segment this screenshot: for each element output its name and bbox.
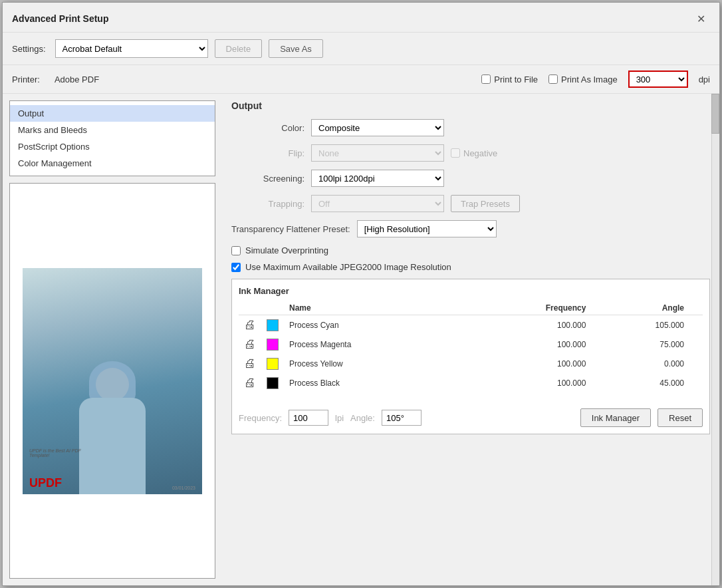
right-panel: Output Color: Composite Separations (Hos… [222, 94, 719, 585]
advanced-print-setup-dialog: Advanced Print Setup ✕ Settings: Acrobat… [2, 2, 720, 586]
trap-presets-button[interactable]: Trap Presets [451, 195, 520, 212]
ink-manager-box: Ink Manager Name Frequency Angle [231, 279, 710, 434]
screening-select[interactable]: 100lpi 1200dpi 150lpi 2400dpi [311, 170, 444, 187]
ink-color-swatch [261, 335, 284, 354]
transparency-row: Transparency Flattener Preset: [High Res… [231, 220, 710, 237]
nav-item-marks-bleeds[interactable]: Marks and Bleeds [10, 122, 215, 138]
simulate-overprinting-checkbox[interactable] [231, 246, 241, 255]
angle-label: Angle: [350, 413, 375, 423]
frequency-label: Frequency: [239, 413, 282, 423]
flip-options: None Horizontal Vertical Both Negative [311, 144, 497, 162]
screening-label: Screening: [231, 174, 304, 184]
ink-frequency: 100.000 [465, 373, 592, 392]
nav-item-color-management[interactable]: Color Management [10, 155, 215, 172]
ink-color-swatch [261, 354, 284, 373]
print-to-file-text: Print to File [494, 74, 538, 84]
ink-table-row: 🖨 Process Cyan 100.000 105.000 [239, 315, 703, 335]
ink-color-swatch [261, 315, 284, 335]
print-to-file-checkbox[interactable] [481, 74, 491, 84]
print-as-image-text: Print As Image [561, 74, 618, 84]
ink-name: Process Cyan [284, 315, 465, 335]
transparency-label: Transparency Flattener Preset: [231, 224, 350, 234]
ink-angle: 75.000 [591, 335, 689, 354]
main-content: Output Marks and Bleeds PostScript Optio… [3, 94, 719, 585]
dpi-unit-label: dpi [699, 74, 710, 84]
trapping-select[interactable]: Off On [311, 195, 444, 212]
ink-name: Process Black [284, 373, 465, 392]
screening-row: Screening: 100lpi 1200dpi 150lpi 2400dpi [231, 170, 710, 187]
simulate-overprinting-label: Simulate Overprinting [245, 245, 328, 255]
ink-frequency: 100.000 [465, 335, 592, 354]
ink-name: Process Yellow [284, 354, 465, 373]
ink-table-row: 🖨 Process Magenta 100.000 75.000 [239, 335, 703, 354]
scrollbar-thumb[interactable] [711, 94, 719, 134]
ink-extra [689, 335, 703, 354]
color-select[interactable]: Composite Separations (Host-Based) In-RI… [311, 119, 444, 136]
negative-checkbox[interactable] [451, 148, 460, 158]
dialog-title: Advanced Print Setup [12, 13, 108, 24]
close-button[interactable]: ✕ [691, 9, 710, 28]
nav-item-postscript[interactable]: PostScript Options [10, 138, 215, 155]
printer-row: Printer: Adobe PDF Print to File Print A… [3, 65, 719, 94]
delete-button[interactable]: Delete [215, 39, 263, 58]
ink-extra [689, 373, 703, 392]
ink-manager-button[interactable]: Ink Manager [580, 408, 651, 427]
negative-label[interactable]: Negative [451, 148, 497, 158]
print-as-image-checkbox[interactable] [548, 74, 558, 84]
nav-item-output[interactable]: Output [10, 105, 215, 122]
frequency-input[interactable] [289, 410, 328, 426]
output-section-title: Output [231, 100, 710, 111]
save-as-button[interactable]: Save As [269, 39, 323, 58]
trapping-row: Trapping: Off On Trap Presets [231, 195, 710, 212]
settings-label: Settings: [12, 44, 46, 54]
jpeg2000-checkbox[interactable] [231, 263, 241, 272]
ink-angle: 45.000 [591, 373, 689, 392]
col-icon [239, 301, 261, 315]
settings-row: Settings: Acrobat Default Delete Save As [3, 33, 719, 65]
ink-angle: 105.000 [591, 315, 689, 335]
angle-input[interactable] [382, 410, 421, 426]
flip-select[interactable]: None Horizontal Vertical Both [311, 144, 444, 162]
jpeg2000-row: Use Maximum Available JPEG2000 Image Res… [231, 262, 710, 272]
ink-manager-title: Ink Manager [239, 286, 703, 296]
ink-printer-icon: 🖨 [239, 354, 261, 373]
ink-printer-icon: 🖨 [239, 315, 261, 335]
jpeg2000-label: Use Maximum Available JPEG2000 Image Res… [245, 262, 451, 272]
reset-button[interactable]: Reset [658, 408, 703, 427]
printer-options: Print to File Print As Image 300 72 150 … [481, 71, 710, 88]
transparency-select[interactable]: [High Resolution] [Medium Resolution] [L… [357, 220, 497, 237]
scrollbar-track [711, 94, 719, 585]
color-row: Color: Composite Separations (Host-Based… [231, 119, 710, 136]
preview-date: 03/01/2023 [172, 486, 195, 490]
preview-box: UPDF is the Best AI PDF Template! UPDF 0… [9, 183, 215, 579]
ink-table-row: 🖨 Process Yellow 100.000 0.000 [239, 354, 703, 373]
ink-table: Name Frequency Angle 🖨 Process Cyan 100.… [239, 301, 703, 392]
print-to-file-label[interactable]: Print to File [481, 74, 538, 84]
col-swatch [261, 301, 284, 315]
ink-frequency: 100.000 [465, 354, 592, 373]
ink-extra [689, 354, 703, 373]
simulate-overprinting-row: Simulate Overprinting [231, 245, 710, 255]
left-panel: Output Marks and Bleeds PostScript Optio… [3, 94, 222, 585]
trapping-options: Off On Trap Presets [311, 195, 520, 212]
navigation-box: Output Marks and Bleeds PostScript Optio… [9, 100, 215, 176]
col-angle-header: Angle [591, 301, 689, 315]
title-bar: Advanced Print Setup ✕ [3, 3, 719, 33]
ink-bottom-row: Frequency: lpi Angle: Ink Manager Reset [239, 402, 703, 427]
ink-printer-icon: 🖨 [239, 373, 261, 392]
printer-label: Printer: [12, 74, 40, 84]
preview-brand: UPDF [29, 476, 62, 490]
ink-extra [689, 315, 703, 335]
ink-angle: 0.000 [591, 354, 689, 373]
print-as-image-label[interactable]: Print As Image [548, 74, 618, 84]
ink-color-swatch [261, 373, 284, 392]
col-extra [689, 301, 703, 315]
negative-text: Negative [463, 148, 497, 158]
color-label: Color: [231, 123, 304, 133]
settings-select[interactable]: Acrobat Default [55, 39, 208, 58]
preview-container: UPDF is the Best AI PDF Template! UPDF 0… [23, 268, 202, 494]
ink-printer-icon: 🖨 [239, 335, 261, 354]
printer-name: Adobe PDF [55, 74, 99, 84]
dpi-select[interactable]: 300 72 150 600 1200 [628, 71, 688, 88]
col-frequency-header: Frequency [465, 301, 592, 315]
